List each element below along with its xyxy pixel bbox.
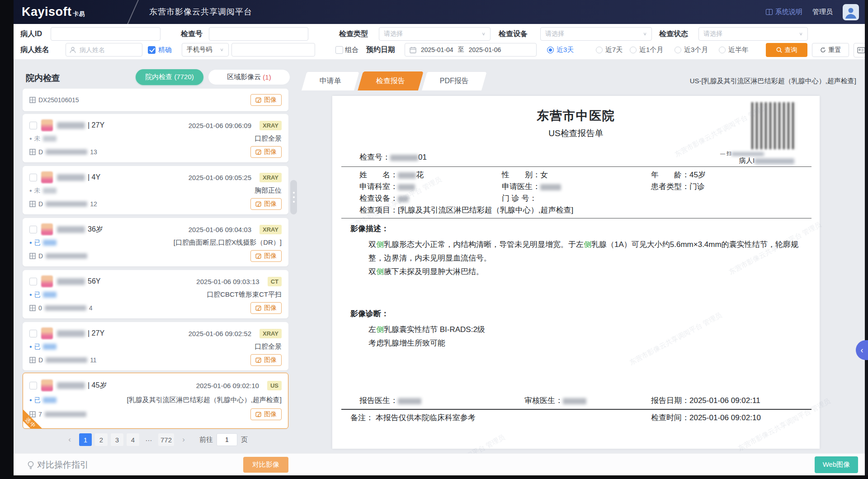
- next-page-arrow[interactable]: ›: [177, 433, 190, 446]
- page-button-3[interactable]: 3: [111, 433, 123, 446]
- search-button[interactable]: 查询: [766, 43, 807, 57]
- date-end-value: 2025-01-06: [469, 46, 501, 53]
- study-time: 2025-01-06 09:02:10: [196, 382, 259, 389]
- person-outline-icon: [70, 47, 76, 55]
- study-card[interactable]: 36岁 2025-01-06 09:04:03 XRAY •已 [口腔曲面断层,…: [23, 218, 288, 266]
- date-range-picker[interactable]: 2025-01-04 至 2025-01-06: [405, 43, 537, 57]
- report-status: •已: [29, 343, 57, 351]
- tab-hospital-exams[interactable]: 院内检查 (7720): [136, 69, 203, 85]
- compare-guide-link[interactable]: 对比操作指引: [27, 459, 89, 471]
- range-radio-6m[interactable]: 近半年: [719, 43, 749, 57]
- exact-checkbox[interactable]: [148, 46, 156, 54]
- prev-page-arrow[interactable]: ‹: [63, 433, 76, 446]
- study-card-selected[interactable]: | 45岁 2025-01-06 09:02:10 US •已 [乳腺及其引流区…: [23, 373, 288, 429]
- report-status: •已: [29, 291, 57, 299]
- tab-pdf-report[interactable]: PDF报告: [421, 71, 487, 90]
- image-button[interactable]: 图像: [250, 250, 282, 262]
- range-radio-7d[interactable]: 近7天: [596, 43, 623, 57]
- phone-type-value: 手机号码: [187, 46, 212, 54]
- phone-type-select[interactable]: 手机号码 ∨: [182, 43, 229, 57]
- left-black-strip: [0, 0, 14, 479]
- image-button[interactable]: 图像: [250, 146, 282, 158]
- row-checkbox[interactable]: [29, 278, 37, 285]
- description-paragraph-2: 双侧腋下未探及明显肿大淋巴结。: [368, 265, 802, 279]
- description-paragraph-1: 双侧乳腺形态大小正常，内结构清晰，导管未见明显增宽。于左侧乳腺（1A）可见大小约…: [368, 238, 802, 265]
- status-label: 检查状态: [659, 27, 688, 41]
- bulb-icon: [27, 461, 34, 470]
- patient-photo-redacted: [41, 275, 53, 287]
- report-status: •已: [29, 396, 57, 404]
- chevron-down-icon: ∨: [643, 31, 647, 36]
- image-button[interactable]: 图像: [250, 302, 282, 314]
- reset-button[interactable]: 重置: [812, 43, 849, 57]
- panel-splitter-handle[interactable]: [290, 180, 297, 214]
- qr-code: [751, 102, 797, 149]
- goto-page-input[interactable]: [217, 433, 237, 446]
- page-button-2[interactable]: 2: [95, 433, 108, 446]
- page-button-772[interactable]: 772: [158, 433, 174, 446]
- image-button[interactable]: 图像: [250, 94, 282, 106]
- image-edit-icon: [255, 97, 262, 103]
- row-checkbox[interactable]: [29, 382, 37, 389]
- image-edit-icon: [255, 149, 262, 155]
- study-card[interactable]: | 4Y 2025-01-06 09:05:25 XRAY •未 胸部正位 D1…: [23, 166, 288, 214]
- exam-type-select[interactable]: 请选择 ∨: [379, 27, 491, 41]
- combo-checkbox[interactable]: [335, 46, 343, 54]
- patient-name-input[interactable]: [66, 43, 142, 56]
- phone-input[interactable]: [232, 43, 315, 56]
- row-checkbox[interactable]: [29, 174, 37, 181]
- compare-images-button[interactable]: 对比影像: [243, 457, 288, 473]
- image-button[interactable]: 图像: [250, 408, 282, 420]
- study-time: 2025-01-06 09:05:25: [189, 174, 251, 181]
- date-start-value: 2025-01-04: [421, 46, 453, 53]
- accession-number: D12: [29, 200, 97, 208]
- collapse-panel-fab[interactable]: ‹: [856, 340, 868, 360]
- patient-row-2: 申请科室： 申请医生： 患者类型：门诊: [332, 181, 820, 193]
- range-radio-3m[interactable]: 近3个月: [675, 43, 708, 57]
- page-button-1[interactable]: 1: [79, 433, 92, 446]
- exam-no-label: 检查号: [181, 27, 203, 41]
- range-radio-1m[interactable]: 近1个月: [630, 43, 663, 57]
- patient-name-age: 56Y: [57, 277, 100, 285]
- study-time: 2025-01-06 09:04:03: [189, 226, 251, 233]
- tab-exam-report[interactable]: 检查报告: [358, 71, 424, 90]
- accession-number: D11: [29, 356, 97, 364]
- user-avatar[interactable]: [843, 4, 859, 20]
- system-help-link[interactable]: 系统说明: [766, 8, 802, 16]
- study-time: 2025-01-06 09:03:13: [196, 278, 259, 285]
- page-button-4[interactable]: 4: [127, 433, 139, 446]
- range-radio-3d[interactable]: 近3天: [547, 43, 574, 57]
- study-card[interactable]: | 27Y 2025-01-06 09:02:52 XRAY •已 口腔全景 D…: [23, 322, 288, 370]
- calendar-icon: [410, 47, 416, 53]
- study-card-partial[interactable]: DX250106015 图像: [23, 89, 288, 111]
- study-card[interactable]: | 27Y 2025-01-06 09:06:09 XRAY •未 口腔全景 D…: [23, 114, 288, 162]
- study-card[interactable]: 56Y 2025-01-06 09:03:13 CT •已 口腔CBCT锥形束C…: [23, 270, 288, 318]
- status-select[interactable]: 请选择 ∨: [698, 27, 808, 41]
- tab-request-form[interactable]: 申请单: [301, 71, 360, 90]
- row-checkbox[interactable]: [29, 122, 37, 129]
- device-select[interactable]: 请选择 ∨: [540, 27, 652, 41]
- accession-number: D: [29, 252, 90, 260]
- username-label: 管理员: [812, 8, 833, 16]
- row-checkbox[interactable]: [29, 330, 37, 337]
- patient-id-input[interactable]: [51, 28, 160, 40]
- exam-no-input[interactable]: [209, 28, 308, 40]
- accession-number: 7: [29, 411, 89, 418]
- grid-icon: [29, 149, 36, 155]
- image-button[interactable]: 图像: [250, 354, 282, 366]
- tab-regional-cloud[interactable]: 区域影像云 (1): [208, 69, 290, 85]
- radio-dot-icon: [630, 47, 637, 53]
- bottom-black-strip: [0, 475, 868, 479]
- modality-badge: XRAY: [259, 329, 282, 338]
- image-button[interactable]: 图像: [250, 198, 282, 210]
- chevron-left-icon: ‹: [861, 346, 863, 355]
- patient-name-age: | 27Y: [57, 121, 104, 129]
- patient-id-field: [51, 27, 160, 41]
- page-ellipsis[interactable]: ···: [142, 433, 155, 446]
- note-row: 备注： 本报告仅供本院临床科室参考 检查时间：2025-01-06 09:02:…: [332, 413, 820, 424]
- row-checkbox[interactable]: [29, 226, 37, 233]
- app-window: Kayisoft 卡易 东营市影像云共享调阅平台 系统说明 管理员 病人ID 检…: [0, 0, 868, 479]
- chevron-down-icon: ∨: [481, 31, 486, 36]
- study-time: 2025-01-06 09:02:52: [189, 330, 251, 337]
- web-image-button[interactable]: Web图像: [815, 456, 858, 473]
